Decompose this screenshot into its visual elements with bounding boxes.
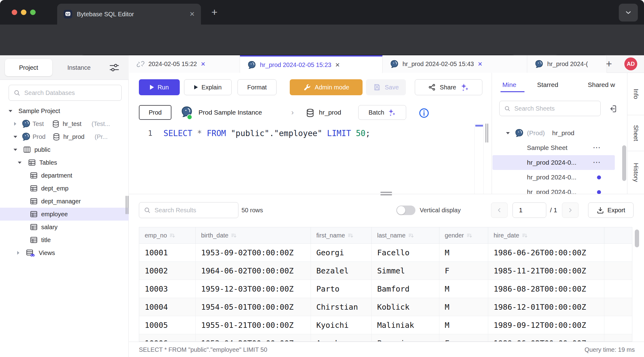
ai-sparkles-icon[interactable] xyxy=(460,83,469,92)
editor-tab-1[interactable]: 2024-02-05 15:22 ✕ xyxy=(129,55,240,73)
admin-mode-button[interactable]: Admin mode xyxy=(290,79,363,95)
sheet-item[interactable]: hr_prod 2024-0... xyxy=(492,170,627,185)
database-search-input[interactable] xyxy=(24,89,117,97)
cell[interactable]: M xyxy=(439,298,488,316)
more-menu-icon[interactable]: ⋯ xyxy=(593,155,601,170)
table-scrollbar-thumb[interactable] xyxy=(635,230,639,247)
sort-icon[interactable] xyxy=(231,233,237,239)
sort-icon[interactable] xyxy=(522,233,528,239)
sort-icon[interactable] xyxy=(348,233,354,239)
next-page-button[interactable] xyxy=(562,202,579,218)
import-sheet-icon[interactable] xyxy=(608,104,617,115)
close-icon[interactable]: ✕ xyxy=(477,61,482,68)
format-button[interactable]: Format xyxy=(238,79,277,95)
chevron-right-icon[interactable] xyxy=(17,251,19,255)
cell[interactable]: 1953-04-20T00:00:00Z xyxy=(195,334,311,342)
cell[interactable]: Koblick xyxy=(371,298,439,316)
cell[interactable]: M xyxy=(439,244,488,262)
sheet-group-hr-prod[interactable]: (Prod) hr_prod xyxy=(492,126,627,140)
save-button[interactable]: Save xyxy=(366,79,406,95)
close-icon[interactable]: ✕ xyxy=(201,61,206,68)
results-table[interactable]: emp_no birth_date first_name last_name g… xyxy=(139,227,632,342)
cell[interactable]: 10006 xyxy=(139,334,195,342)
tab-close-icon[interactable]: ✕ xyxy=(189,10,195,18)
editor-tab-4[interactable]: hr_prod 2024-( xyxy=(527,55,607,73)
cell[interactable]: Simmel xyxy=(371,262,439,280)
side-tab-history[interactable]: History xyxy=(627,151,644,194)
sheet-item[interactable]: Sample Sheet ⋯ xyxy=(492,140,627,155)
sheet-search[interactable] xyxy=(499,101,601,116)
editor-minimap[interactable] xyxy=(474,124,484,194)
table-row[interactable]: 100061953-04-20T00:00:00ZAnnekePreusigF1… xyxy=(139,334,632,342)
chevron-down-icon[interactable] xyxy=(14,136,17,138)
breadcrumb-instance[interactable]: Prod Sample Instance xyxy=(198,104,262,120)
close-icon[interactable]: ✕ xyxy=(335,61,340,69)
explain-button[interactable]: Explain xyxy=(184,79,232,95)
side-tab-info[interactable]: Info xyxy=(627,73,644,115)
sidebar-resize-handle[interactable] xyxy=(128,196,128,214)
cell[interactable]: F xyxy=(439,262,488,280)
filter-sliders-icon[interactable] xyxy=(109,62,120,74)
cell[interactable]: 1986-08-28T00:00:00Z xyxy=(488,280,604,298)
run-button[interactable]: Run xyxy=(139,79,180,95)
cell[interactable]: Preusig xyxy=(371,334,439,342)
export-button[interactable]: Export xyxy=(588,202,634,218)
cell[interactable]: 1954-05-01T00:00:00Z xyxy=(195,298,311,316)
share-button[interactable]: Share xyxy=(415,79,482,95)
cell[interactable]: Chirstian xyxy=(311,298,371,316)
cell[interactable]: Parto xyxy=(311,280,371,298)
cell[interactable]: 1986-12-01T00:00:00Z xyxy=(488,298,604,316)
cell[interactable]: 10001 xyxy=(139,244,195,262)
cell[interactable]: 1986-06-26T00:00:00Z xyxy=(488,244,604,262)
sort-icon[interactable] xyxy=(466,233,473,239)
column-header[interactable]: first_name xyxy=(311,227,371,244)
cell[interactable]: 10003 xyxy=(139,280,195,298)
tree-item-tables-group[interactable]: Tables xyxy=(0,156,129,169)
sheet-search-input[interactable] xyxy=(514,105,596,112)
sheet-item-selected[interactable]: hr_prod 2024-0... ⋯ xyxy=(492,155,627,170)
sort-icon[interactable] xyxy=(169,233,175,239)
table-row[interactable]: 100011953-09-02T00:00:00ZGeorgiFacelloM1… xyxy=(139,244,632,262)
sql-code-line[interactable]: SELECT * FROM "public"."employee" LIMIT … xyxy=(163,127,370,140)
cell[interactable]: 1964-06-02T00:00:00Z xyxy=(195,262,311,280)
panel-resize-handle[interactable] xyxy=(487,124,488,143)
column-header[interactable]: gender xyxy=(439,227,488,244)
new-sheet-tab-button[interactable]: + xyxy=(606,58,612,70)
splitter-handle[interactable] xyxy=(380,194,392,195)
results-search-input[interactable] xyxy=(154,206,234,214)
cell[interactable]: 1955-01-21T00:00:00Z xyxy=(195,316,311,334)
cell[interactable]: 1953-09-02T00:00:00Z xyxy=(195,244,311,262)
column-header[interactable]: emp_no xyxy=(139,227,195,244)
chevron-down-icon[interactable] xyxy=(18,162,22,164)
tree-item-schema-public[interactable]: public xyxy=(0,143,129,156)
environment-badge[interactable]: Prod xyxy=(139,105,171,120)
cell[interactable]: Georgi xyxy=(311,244,371,262)
tree-item-hr-test[interactable]: Test hr_test (Test... xyxy=(0,117,129,130)
batch-button[interactable]: Batch xyxy=(358,105,406,120)
tree-item-table-title[interactable]: title xyxy=(0,233,129,246)
sheet-item[interactable]: hr_prod 2024-0... xyxy=(492,185,627,194)
tab-instance[interactable]: Instance xyxy=(56,59,102,76)
chevron-right-icon[interactable] xyxy=(14,122,16,126)
tab-search-button[interactable] xyxy=(619,4,638,22)
sort-icon[interactable] xyxy=(408,233,414,239)
cell[interactable]: 10004 xyxy=(139,298,195,316)
chevron-down-icon[interactable] xyxy=(14,149,17,151)
scrollbar-thumb[interactable] xyxy=(622,145,626,181)
cell[interactable]: 10005 xyxy=(139,316,195,334)
cell[interactable]: F xyxy=(439,334,488,342)
window-zoom-button[interactable] xyxy=(30,10,36,15)
cell[interactable]: 10002 xyxy=(139,262,195,280)
cell[interactable]: Bezalel xyxy=(311,262,371,280)
tree-item-table-dept-emp[interactable]: dept_emp xyxy=(0,182,129,195)
table-row[interactable]: 100031959-12-03T00:00:00ZPartoBamfordM19… xyxy=(139,280,632,298)
column-header[interactable]: hire_date xyxy=(488,227,604,244)
page-number-input[interactable] xyxy=(512,202,546,218)
tree-item-hr-prod[interactable]: Prod hr_prod (Pr... xyxy=(0,130,129,143)
tab-project[interactable]: Project xyxy=(5,59,52,76)
cell[interactable]: M xyxy=(439,316,488,334)
tree-item-table-salary[interactable]: salary xyxy=(0,221,129,233)
tree-item-views-group[interactable]: Views xyxy=(0,246,129,259)
tree-item-table-dept-manager[interactable]: dept_manager xyxy=(0,195,129,208)
table-row[interactable]: 100041954-05-01T00:00:00ZChirstianKoblic… xyxy=(139,298,632,316)
